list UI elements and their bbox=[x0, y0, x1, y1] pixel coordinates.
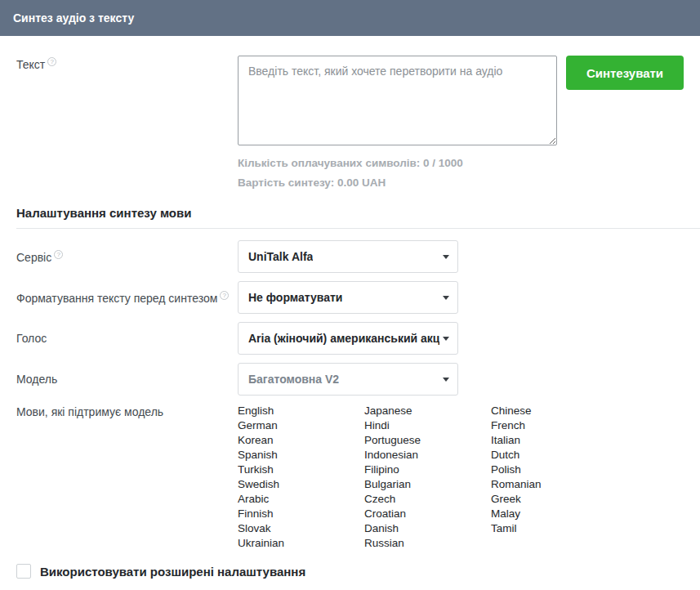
languages-label: Мови, які підтримує модель bbox=[16, 404, 238, 418]
language-item: Swedish bbox=[238, 477, 364, 492]
language-item: Italian bbox=[491, 433, 618, 448]
service-label: Сервіс? bbox=[16, 250, 238, 264]
language-item: Portuguese bbox=[364, 433, 491, 448]
language-item: Indonesian bbox=[364, 448, 491, 463]
counters: Кількість оплачуваних символів: 0 / 1000… bbox=[238, 154, 684, 193]
model-dropdown[interactable]: Багатомовна V2 bbox=[238, 363, 458, 396]
language-item: Japanese bbox=[364, 404, 491, 418]
settings-section-title: Налаштування синтезу мови bbox=[16, 206, 684, 220]
language-item: Turkish bbox=[238, 463, 364, 477]
content: Текст? Синтезувати Кількість оплачуваних… bbox=[0, 36, 700, 579]
language-item: Romanian bbox=[491, 477, 618, 492]
page-header: Синтез аудіо з тексту bbox=[0, 0, 700, 36]
formatting-label: Форматування тексту перед синтезом? bbox=[16, 291, 238, 305]
language-item: Bulgarian bbox=[364, 477, 491, 492]
formatting-dropdown-value: Не форматувати bbox=[248, 291, 342, 304]
formatting-dropdown[interactable]: Не форматувати bbox=[238, 281, 458, 314]
language-item: German bbox=[238, 418, 364, 433]
caret-down-icon bbox=[443, 337, 449, 341]
voice-dropdown[interactable]: Aria (жіночий) американський акцент bbox=[238, 322, 458, 355]
language-item: Tamil bbox=[491, 521, 618, 536]
language-item: Dutch bbox=[491, 448, 618, 463]
supported-languages-row: Мови, які підтримує модель EnglishGerman… bbox=[16, 404, 684, 551]
language-item: Ukrainian bbox=[238, 536, 364, 551]
service-dropdown-value: UniTalk Alfa bbox=[248, 250, 313, 263]
language-item: French bbox=[491, 418, 618, 433]
model-row: Модель Багатомовна V2 bbox=[16, 363, 684, 396]
language-column: JapaneseHindiPortugueseIndonesianFilipin… bbox=[364, 404, 491, 551]
language-item: Spanish bbox=[238, 448, 364, 463]
page-title: Синтез аудіо з тексту bbox=[13, 11, 134, 25]
language-item: Arabic bbox=[238, 492, 364, 507]
language-item: Korean bbox=[238, 433, 364, 448]
language-item: Slovak bbox=[238, 521, 364, 536]
language-column: EnglishGermanKoreanSpanishTurkishSwedish… bbox=[238, 404, 364, 551]
paid-chars-counter: Кількість оплачуваних символів: 0 / 1000 bbox=[238, 154, 684, 173]
model-dropdown-value: Багатомовна V2 bbox=[248, 373, 339, 386]
text-input[interactable] bbox=[238, 56, 557, 145]
language-item: Finnish bbox=[238, 507, 364, 521]
caret-down-icon bbox=[443, 378, 449, 382]
language-item: English bbox=[238, 404, 364, 418]
language-item: Greek bbox=[491, 492, 618, 507]
info-icon[interactable]: ? bbox=[54, 250, 63, 259]
synthesize-button[interactable]: Синтезувати bbox=[566, 56, 684, 90]
caret-down-icon bbox=[443, 296, 449, 300]
service-dropdown[interactable]: UniTalk Alfa bbox=[238, 240, 458, 273]
advanced-settings-row: Використовувати розширені налаштування bbox=[16, 564, 684, 579]
language-item: Russian bbox=[364, 536, 491, 551]
text-input-row: Текст? Синтезувати bbox=[16, 56, 684, 145]
language-item: Malay bbox=[491, 507, 618, 521]
advanced-settings-label: Використовувати розширені налаштування bbox=[40, 565, 305, 579]
language-item: Danish bbox=[364, 521, 491, 536]
caret-down-icon bbox=[443, 255, 449, 259]
voice-label: Голос bbox=[16, 332, 238, 345]
divider bbox=[16, 228, 700, 229]
language-column: ChineseFrenchItalianDutchPolishRomanianG… bbox=[491, 404, 618, 536]
language-item: Hindi bbox=[364, 418, 491, 433]
voice-row: Голос Aria (жіночий) американський акцен… bbox=[16, 322, 684, 355]
language-item: Polish bbox=[491, 463, 618, 477]
text-label: Текст? bbox=[16, 56, 238, 71]
model-label: Модель bbox=[16, 373, 238, 386]
voice-dropdown-value: Aria (жіночий) американський акцент bbox=[248, 332, 439, 345]
info-icon[interactable]: ? bbox=[220, 291, 229, 300]
advanced-settings-checkbox[interactable] bbox=[16, 564, 31, 579]
service-row: Сервіс? UniTalk Alfa bbox=[16, 240, 684, 273]
info-icon[interactable]: ? bbox=[47, 57, 56, 66]
formatting-row: Форматування тексту перед синтезом? Не ф… bbox=[16, 281, 684, 314]
language-item: Chinese bbox=[491, 404, 618, 418]
language-item: Filipino bbox=[364, 463, 491, 477]
cost-counter: Вартість синтезу: 0.00 UAH bbox=[238, 173, 684, 193]
language-item: Czech bbox=[364, 492, 491, 507]
language-item: Croatian bbox=[364, 507, 491, 521]
